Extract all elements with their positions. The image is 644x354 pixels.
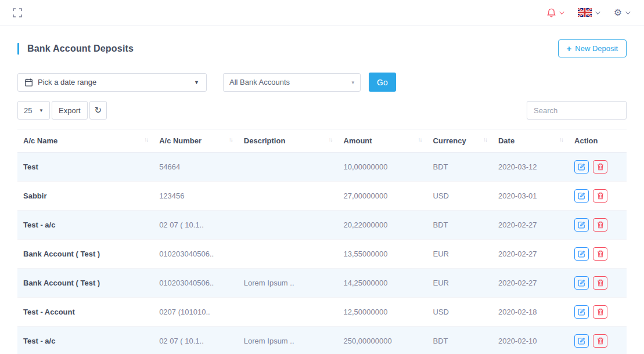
cell-number: 54664 bbox=[153, 153, 238, 182]
trash-icon bbox=[597, 308, 604, 316]
delete-row-button[interactable] bbox=[593, 218, 607, 232]
cell-currency: USD bbox=[427, 182, 492, 211]
cell-amount: 13,55000000 bbox=[338, 240, 427, 269]
trash-icon bbox=[597, 163, 604, 171]
cell-actions bbox=[569, 211, 627, 240]
chevron-down-icon bbox=[559, 9, 564, 14]
table-row: Bank Account ( Test )010203040506..13,55… bbox=[17, 240, 627, 269]
cell-actions bbox=[569, 298, 627, 327]
edit-row-button[interactable] bbox=[574, 334, 589, 348]
edit-row-button[interactable] bbox=[574, 247, 589, 261]
notifications-menu[interactable] bbox=[547, 8, 563, 17]
go-button[interactable]: Go bbox=[369, 73, 396, 92]
cell-date: 2020-02-27 bbox=[492, 269, 569, 298]
delete-row-button[interactable] bbox=[593, 189, 607, 203]
cell-name: Test - a/c bbox=[17, 327, 153, 354]
date-range-picker[interactable]: Pick a date range ▼ bbox=[17, 73, 207, 92]
caret-down-icon: ▾ bbox=[351, 80, 354, 85]
cell-date: 2020-02-27 bbox=[492, 211, 569, 240]
trash-icon bbox=[597, 279, 604, 287]
cell-date: 2020-02-27 bbox=[492, 240, 569, 269]
cell-desc bbox=[238, 211, 338, 240]
sort-icon: ↑↓ bbox=[329, 136, 332, 143]
new-deposit-label: New Deposit bbox=[575, 44, 618, 53]
caret-down-icon: ▼ bbox=[194, 80, 199, 85]
edit-row-button[interactable] bbox=[574, 160, 589, 174]
refresh-button[interactable]: ↻ bbox=[89, 101, 107, 120]
page-size-select[interactable]: 25 ▼ bbox=[17, 101, 50, 120]
delete-row-button[interactable] bbox=[593, 305, 607, 319]
topbar: ⚙ bbox=[0, 0, 644, 26]
cell-currency: USD bbox=[427, 298, 492, 327]
cell-name: Test - Account bbox=[17, 298, 153, 327]
column-header-currency[interactable]: Currency↑↓ bbox=[427, 129, 492, 153]
trash-icon bbox=[597, 337, 604, 345]
column-header-ac-name[interactable]: A/c Name↑↓ bbox=[17, 129, 153, 153]
cell-desc bbox=[238, 298, 338, 327]
caret-down-icon: ▼ bbox=[39, 108, 44, 113]
cell-actions bbox=[569, 153, 627, 182]
edit-row-button[interactable] bbox=[574, 218, 589, 232]
bank-account-selected-value: All Bank Accounts bbox=[229, 78, 290, 86]
cell-actions bbox=[569, 269, 627, 298]
settings-menu[interactable]: ⚙ bbox=[614, 8, 629, 17]
export-button[interactable]: Export bbox=[52, 101, 88, 120]
fullscreen-toggle-button[interactable] bbox=[13, 8, 22, 17]
edit-row-button[interactable] bbox=[574, 305, 589, 319]
cell-currency: EUR bbox=[427, 240, 492, 269]
chevron-down-icon bbox=[595, 9, 600, 14]
cell-amount: 14,25000000 bbox=[338, 269, 427, 298]
search-input[interactable] bbox=[527, 101, 627, 120]
edit-icon bbox=[578, 308, 585, 316]
deposits-table: A/c Name↑↓ A/c Number↑↓ Description↑↓ Am… bbox=[17, 129, 627, 354]
edit-icon bbox=[578, 337, 585, 345]
sort-icon: ↑↓ bbox=[418, 136, 422, 143]
cell-date: 2020-02-18 bbox=[492, 298, 569, 327]
cell-amount: 20,22000000 bbox=[338, 211, 427, 240]
edit-icon bbox=[578, 250, 585, 258]
bank-account-select[interactable]: All Bank Accounts ▾ bbox=[223, 73, 361, 92]
sort-icon: ↑↓ bbox=[559, 136, 563, 143]
table-header-row: A/c Name↑↓ A/c Number↑↓ Description↑↓ Am… bbox=[17, 129, 627, 153]
cell-name: Sabbir bbox=[17, 182, 153, 211]
date-range-label: Pick a date range bbox=[38, 78, 96, 86]
cell-name: Bank Account ( Test ) bbox=[17, 240, 153, 269]
title-accent-bar bbox=[17, 43, 19, 55]
fullscreen-icon bbox=[13, 8, 22, 17]
page-header: Bank Account Deposits + New Deposit bbox=[17, 39, 627, 57]
edit-row-button[interactable] bbox=[574, 276, 589, 290]
cell-name: Test bbox=[17, 153, 153, 182]
table-row: Test - a/c02 07 ( 10.1..Lorem Ipsum ..25… bbox=[17, 327, 627, 354]
cell-number: 0207 (101010.. bbox=[153, 298, 238, 327]
plus-icon: + bbox=[567, 44, 572, 53]
gear-icon: ⚙ bbox=[614, 8, 622, 17]
chevron-down-icon bbox=[625, 9, 630, 14]
cell-number: 02 07 ( 10.1.. bbox=[153, 327, 238, 354]
edit-icon bbox=[578, 221, 585, 229]
column-header-ac-number[interactable]: A/c Number↑↓ bbox=[153, 129, 238, 153]
delete-row-button[interactable] bbox=[593, 160, 607, 174]
page-size-value: 25 bbox=[24, 106, 32, 115]
cell-name: Test - a/c bbox=[17, 211, 153, 240]
cell-desc bbox=[238, 153, 338, 182]
column-header-description[interactable]: Description↑↓ bbox=[238, 129, 338, 153]
sort-icon: ↑↓ bbox=[229, 136, 232, 143]
column-header-date[interactable]: Date↑↓ bbox=[492, 129, 569, 153]
delete-row-button[interactable] bbox=[593, 247, 607, 261]
cell-actions bbox=[569, 182, 627, 211]
cell-date: 2020-02-10 bbox=[492, 327, 569, 354]
delete-row-button[interactable] bbox=[593, 276, 607, 290]
cell-currency: EUR bbox=[427, 269, 492, 298]
edit-row-button[interactable] bbox=[574, 189, 589, 203]
column-header-amount[interactable]: Amount↑↓ bbox=[338, 129, 427, 153]
new-deposit-button[interactable]: + New Deposit bbox=[558, 39, 627, 57]
table-row: Test - a/c02 07 ( 10.1..20,22000000BDT20… bbox=[17, 211, 627, 240]
cell-amount: 250,00000000 bbox=[338, 327, 427, 354]
uk-flag-icon bbox=[578, 8, 592, 17]
sort-icon: ↑↓ bbox=[483, 136, 487, 143]
cell-actions bbox=[569, 327, 627, 354]
cell-currency: BDT bbox=[427, 211, 492, 240]
delete-row-button[interactable] bbox=[593, 334, 607, 348]
cell-desc bbox=[238, 182, 338, 211]
language-menu[interactable] bbox=[578, 8, 599, 17]
